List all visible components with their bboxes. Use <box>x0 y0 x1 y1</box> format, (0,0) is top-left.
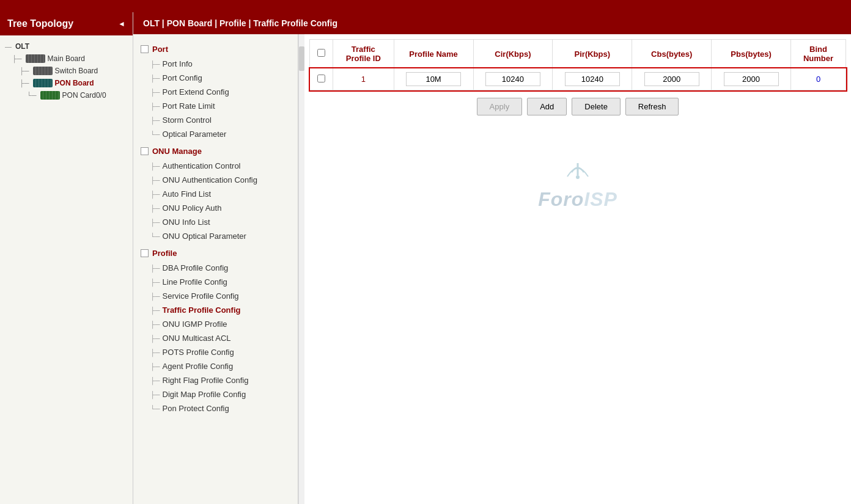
data-table: TrafficProfile ID Profile Name Cir(Kbps)… <box>309 39 846 90</box>
onu-manage-section-header[interactable]: ONU Manage <box>133 144 298 159</box>
content-body: Port ├─ Port Info ├─ Port Config ├─ Po <box>133 34 851 504</box>
nav-panel: Port ├─ Port Info ├─ Port Config ├─ Po <box>133 34 298 504</box>
optical-parameter-label: Optical Parameter <box>163 130 227 139</box>
sidebar-title: Tree Topology <box>7 18 73 29</box>
row-cir[interactable] <box>473 68 553 90</box>
switchboard-icon <box>33 67 53 75</box>
row-pir[interactable] <box>553 68 632 90</box>
port-rate-limit-label: Port Rate Limit <box>163 101 215 111</box>
storm-control-label: Storm Control <box>163 115 212 125</box>
pir-input[interactable] <box>565 72 620 86</box>
content-header: OLT | PON Board | Profile | Traffic Prof… <box>133 12 851 34</box>
cir-input[interactable] <box>485 72 540 86</box>
connector-poncard: └─ <box>27 92 37 99</box>
nav-section-profile: Profile ├─ DBA Profile Config ├─ Line Pr… <box>133 246 298 415</box>
watermark-icon <box>538 157 617 186</box>
tree-item-olt[interactable]: — OLT <box>0 40 133 53</box>
onu-manage-section-label: ONU Manage <box>152 147 202 156</box>
auto-find-list-label: Auto Find List <box>163 189 212 199</box>
profile-name-input[interactable] <box>406 72 461 86</box>
port-section-label: Port <box>152 45 168 54</box>
nav-item-dba-profile[interactable]: ├─ DBA Profile Config <box>133 261 298 275</box>
nav-item-port-rate-limit[interactable]: ├─ Port Rate Limit <box>133 99 298 113</box>
apply-button[interactable]: Apply <box>477 98 523 115</box>
nav-item-line-profile[interactable]: ├─ Line Profile Config <box>133 275 298 289</box>
agent-profile-label: Agent Profile Config <box>163 362 234 371</box>
row-profile-name[interactable] <box>394 68 473 90</box>
delete-button[interactable]: Delete <box>572 98 621 115</box>
line-profile-label: Line Profile Config <box>163 277 227 287</box>
main-layout: Tree Topology ◄ — OLT ├─ Main Board ├─ S… <box>0 12 851 504</box>
onu-manage-checkbox[interactable] <box>141 147 149 155</box>
nav-item-onu-multicast-acl[interactable]: ├─ ONU Multicast ACL <box>133 331 298 345</box>
tree-item-poncard[interactable]: └─ PON Card0/0 <box>0 89 133 101</box>
action-bar: Apply Add Delete Refresh <box>309 90 846 123</box>
nav-item-auth-control[interactable]: ├─ Authentication Control <box>133 159 298 173</box>
nav-item-port-extend-config[interactable]: ├─ Port Extend Config <box>133 85 298 99</box>
mainboard-label: Main Board <box>48 54 85 63</box>
top-bar <box>0 0 851 12</box>
refresh-button[interactable]: Refresh <box>625 98 679 115</box>
nav-item-traffic-profile[interactable]: ├─ Traffic Profile Config <box>133 303 298 317</box>
nav-item-onu-igmp-profile[interactable]: ├─ ONU IGMP Profile <box>133 317 298 331</box>
onu-optical-param-label: ONU Optical Parameter <box>163 232 246 241</box>
nav-item-optical-parameter[interactable]: └─ Optical Parameter <box>133 127 298 141</box>
nav-item-service-profile[interactable]: ├─ Service Profile Config <box>133 289 298 303</box>
col-header-pir: Pir(Kbps) <box>553 40 632 68</box>
profile-section-header[interactable]: Profile <box>133 246 298 261</box>
col-header-profile-name: Profile Name <box>394 40 473 68</box>
right-flag-profile-label: Right Flag Profile Config <box>163 376 249 385</box>
tree-item-ponboard[interactable]: ├─ PON Board <box>0 77 133 89</box>
switchboard-label: Switch Board <box>55 67 98 75</box>
row-select-checkbox[interactable] <box>317 75 325 82</box>
poncard-icon <box>40 91 60 100</box>
digit-map-profile-label: Digit Map Profile Config <box>163 390 246 399</box>
svg-point-0 <box>576 175 580 179</box>
select-all-checkbox[interactable] <box>317 49 325 57</box>
nav-item-onu-policy-auth[interactable]: ├─ ONU Policy Auth <box>133 201 298 215</box>
nav-item-onu-info-list[interactable]: ├─ ONU Info List <box>133 215 298 229</box>
nav-item-storm-control[interactable]: ├─ Storm Control <box>133 113 298 127</box>
sidebar: Tree Topology ◄ — OLT ├─ Main Board ├─ S… <box>0 12 133 504</box>
table-row[interactable]: 1 0 <box>310 68 846 90</box>
watermark: ForoISP <box>538 157 617 211</box>
connector-ponboard: ├─ <box>20 79 29 87</box>
nav-item-onu-optical-param[interactable]: └─ ONU Optical Parameter <box>133 229 298 243</box>
auth-control-label: Authentication Control <box>163 161 241 170</box>
connector-olt: — <box>5 43 12 50</box>
nav-item-digit-map-profile[interactable]: ├─ Digit Map Profile Config <box>133 387 298 401</box>
tree-item-switchboard[interactable]: ├─ Switch Board <box>0 65 133 77</box>
nav-item-agent-profile[interactable]: ├─ Agent Profile Config <box>133 359 298 373</box>
row-cbs[interactable] <box>632 68 712 90</box>
nav-scrollbar[interactable] <box>298 34 304 504</box>
pbs-input[interactable] <box>724 72 779 86</box>
nav-item-auto-find-list[interactable]: ├─ Auto Find List <box>133 187 298 201</box>
add-button[interactable]: Add <box>527 98 567 115</box>
watermark-text: ForoISP <box>538 188 617 211</box>
pon-protect-label: Pon Protect Config <box>163 404 229 413</box>
profile-section-label: Profile <box>152 249 177 258</box>
nav-item-port-info[interactable]: ├─ Port Info <box>133 57 298 71</box>
nav-item-pots-profile[interactable]: ├─ POTS Profile Config <box>133 345 298 359</box>
port-section-header[interactable]: Port <box>133 42 298 57</box>
poncard-label: PON Card0/0 <box>62 91 106 100</box>
scroll-thumb[interactable] <box>299 46 304 71</box>
col-header-bind-number: BindNumber <box>791 40 846 68</box>
olt-label: OLT <box>15 42 29 51</box>
nav-item-pon-protect[interactable]: └─ Pon Protect Config <box>133 401 298 415</box>
nav-item-onu-auth-config[interactable]: ├─ ONU Authentication Config <box>133 173 298 187</box>
cbs-input[interactable] <box>644 72 699 86</box>
nav-item-port-config[interactable]: ├─ Port Config <box>133 71 298 85</box>
content: OLT | PON Board | Profile | Traffic Prof… <box>133 12 851 504</box>
onu-auth-config-label: ONU Authentication Config <box>163 175 257 184</box>
row-id: 1 <box>333 68 394 90</box>
onu-multicast-acl-label: ONU Multicast ACL <box>163 334 231 343</box>
table-area: TrafficProfile ID Profile Name Cir(Kbps)… <box>304 34 851 504</box>
onu-info-list-label: ONU Info List <box>163 217 210 227</box>
row-pbs[interactable] <box>712 68 791 90</box>
nav-item-right-flag-profile[interactable]: ├─ Right Flag Profile Config <box>133 373 298 387</box>
profile-checkbox[interactable] <box>141 249 149 257</box>
tree-item-mainboard[interactable]: ├─ Main Board <box>0 53 133 65</box>
port-checkbox[interactable] <box>141 45 149 53</box>
sidebar-arrow[interactable]: ◄ <box>118 20 125 28</box>
